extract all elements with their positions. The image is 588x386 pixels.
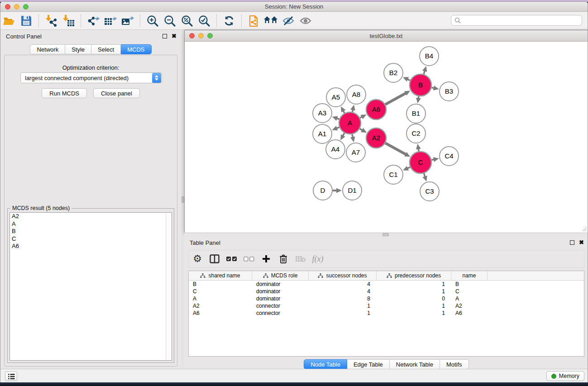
edge-A-A5[interactable] <box>343 110 344 113</box>
table-tab-edge-table[interactable]: Edge Table <box>347 359 390 369</box>
zoom-out-button[interactable] <box>161 13 178 29</box>
run-mcds-button[interactable]: Run MCDS <box>42 88 87 98</box>
network-graph[interactable]: B4B2BB3B1A6A5A8A3AA1A4A7A2C2CC4C1C3DD1 <box>185 42 588 233</box>
add-row-button[interactable] <box>258 251 275 267</box>
search-field[interactable] <box>451 15 582 26</box>
table-cell[interactable]: A2 <box>451 303 488 309</box>
table-cell[interactable]: 1 <box>377 303 451 309</box>
table-row[interactable]: Adominator80A <box>189 295 584 302</box>
delete-table-button[interactable] <box>292 251 309 267</box>
edge-C-C1[interactable] <box>407 167 410 168</box>
vertical-split-divider[interactable] <box>181 30 184 370</box>
mcds-result-item[interactable]: B <box>10 228 172 235</box>
optimization-criterion-select[interactable]: largest connected component (directed) <box>20 72 162 83</box>
open-file-button[interactable] <box>0 13 18 29</box>
mcds-result-item[interactable]: C <box>10 235 172 243</box>
table-cell[interactable]: 1 <box>377 281 451 287</box>
edge-B-B1[interactable] <box>418 96 419 99</box>
tab-select[interactable]: Select <box>91 44 121 54</box>
edge-B-B4[interactable] <box>424 71 425 74</box>
edge-A-A4[interactable] <box>343 133 344 136</box>
table-cell[interactable]: 8 <box>309 295 377 302</box>
node-table[interactable]: shared nameMCDS rolesuccessor nodesprede… <box>188 271 584 357</box>
column-header-successor-nodes[interactable]: successor nodes <box>309 271 377 280</box>
close-table-panel-icon[interactable]: ✖ <box>579 240 584 245</box>
table-tab-motifs[interactable]: Motifs <box>440 359 469 369</box>
edge-C-C2[interactable] <box>418 148 419 152</box>
column-manager-button[interactable] <box>206 251 223 267</box>
edge-A-A1[interactable] <box>336 127 339 129</box>
memory-button[interactable]: Memory <box>546 371 584 381</box>
zoom-selected-button[interactable] <box>196 13 213 29</box>
zoom-in-button[interactable] <box>144 13 161 29</box>
table-cell[interactable]: C <box>189 288 252 295</box>
delete-row-button[interactable] <box>275 251 292 267</box>
table-cell[interactable]: 4 <box>309 281 377 287</box>
float-table-panel-icon[interactable] <box>570 240 574 245</box>
table-cell[interactable]: connector <box>252 303 309 309</box>
edge-C-C3[interactable] <box>424 173 425 177</box>
edge-A2-C[interactable] <box>385 143 406 155</box>
refresh-button[interactable] <box>220 13 238 29</box>
mcds-result-item[interactable]: A <box>10 220 172 228</box>
edge-A-A2[interactable] <box>360 129 363 130</box>
table-tab-network-table[interactable]: Network Table <box>390 359 440 369</box>
edge-A-A7[interactable] <box>352 134 353 138</box>
table-cell[interactable]: dominator <box>252 288 309 295</box>
table-cell[interactable]: A2 <box>189 303 252 309</box>
edge-A-A8[interactable] <box>352 109 353 112</box>
new-network-from-selection-button[interactable] <box>245 13 263 29</box>
table-tab-node-table[interactable]: Node Table <box>304 359 347 369</box>
export-table-button[interactable] <box>102 13 119 29</box>
table-cell[interactable]: A6 <box>189 310 252 316</box>
column-header-predecessor-nodes[interactable]: predecessor nodes <box>377 271 451 280</box>
export-network-button[interactable] <box>85 13 102 29</box>
mcds-result-item[interactable]: A2 <box>10 213 172 220</box>
task-history-button[interactable] <box>5 372 17 381</box>
table-row[interactable]: A6connector11A6 <box>189 310 584 317</box>
edge-B-B2[interactable] <box>407 79 410 81</box>
table-cell[interactable]: 4 <box>309 288 377 295</box>
table-options-button[interactable]: ⚙ <box>189 251 206 267</box>
table-cell[interactable]: A6 <box>451 310 488 316</box>
table-cell[interactable]: 1 <box>309 303 377 309</box>
table-row[interactable]: Bdominator41B <box>189 281 584 288</box>
vertical-split-grip[interactable] <box>182 196 184 203</box>
import-network-button[interactable] <box>43 13 60 29</box>
tab-network[interactable]: Network <box>30 44 65 54</box>
tab-mcds[interactable]: MCDS <box>121 44 151 54</box>
result-list-scrollbar[interactable] <box>166 212 172 361</box>
edge-A-A3[interactable] <box>336 118 339 119</box>
table-cell[interactable]: 0 <box>377 295 451 302</box>
network-canvas[interactable]: B4B2BB3B1A6A5A8A3AA1A4A7A2C2CC4C1C3DD1 <box>185 42 588 233</box>
column-header-name[interactable]: name <box>451 271 488 280</box>
close-panel-button[interactable]: Close panel <box>93 88 140 98</box>
hide-selected-button[interactable] <box>280 13 297 29</box>
edge-A6-B[interactable] <box>385 93 406 105</box>
table-row[interactable]: Cdominator41C <box>189 288 584 295</box>
edge-B-B3[interactable] <box>431 87 434 88</box>
first-neighbors-button[interactable] <box>263 13 280 29</box>
table-row[interactable]: A2connector11A2 <box>189 302 584 310</box>
table-cell[interactable]: dominator <box>252 281 309 287</box>
import-table-button[interactable] <box>60 13 77 29</box>
edge-C-C4[interactable] <box>431 159 434 160</box>
column-header-MCDS-role[interactable]: MCDS role <box>252 271 309 280</box>
select-all-button[interactable] <box>223 251 240 267</box>
table-cell[interactable]: connector <box>252 310 309 316</box>
float-panel-icon[interactable] <box>163 34 167 38</box>
show-all-button[interactable] <box>297 13 314 29</box>
function-builder-button[interactable]: f(x) <box>309 251 326 267</box>
zoom-fit-button[interactable] <box>178 13 196 29</box>
table-cell[interactable]: 1 <box>309 310 377 316</box>
tab-style[interactable]: Style <box>65 44 91 54</box>
edge-A-A6[interactable] <box>360 117 363 118</box>
table-cell[interactable]: 1 <box>377 310 451 316</box>
close-panel-icon[interactable]: ✖ <box>172 34 177 38</box>
table-cell[interactable]: C <box>451 288 488 295</box>
table-cell[interactable]: dominator <box>252 295 309 302</box>
export-image-button[interactable] <box>119 13 136 29</box>
resize-grip-icon[interactable] <box>581 225 587 232</box>
search-input[interactable] <box>461 16 582 25</box>
save-session-button[interactable] <box>18 13 35 29</box>
